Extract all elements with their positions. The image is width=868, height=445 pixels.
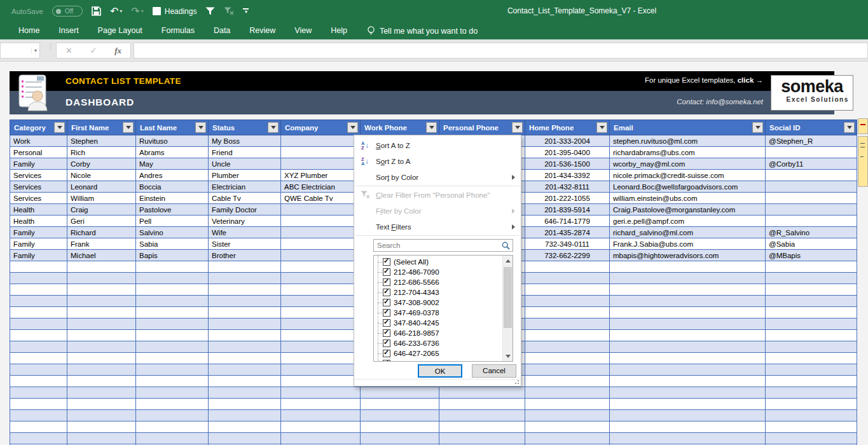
cell[interactable]: Sabia: [136, 238, 209, 250]
cell[interactable]: mbapis@hightoweradvisors.com: [610, 250, 766, 261]
cell[interactable]: My Boss: [209, 135, 281, 147]
tell-me-box[interactable]: Tell me what you want to do: [357, 26, 478, 36]
undo-button[interactable]: ↶ ▾: [110, 6, 122, 17]
cell[interactable]: [10, 399, 67, 410]
tab-review[interactable]: Review: [240, 22, 285, 39]
cell[interactable]: [10, 433, 67, 444]
cell[interactable]: richard_salvino@ml.com: [610, 227, 766, 238]
cell[interactable]: Services: [10, 170, 67, 181]
cell[interactable]: [281, 261, 361, 273]
cell[interactable]: [766, 261, 857, 273]
cell[interactable]: [10, 296, 67, 307]
cell[interactable]: [209, 330, 281, 341]
cell[interactable]: [136, 318, 209, 330]
cell[interactable]: [766, 216, 857, 227]
cell[interactable]: [766, 284, 857, 296]
cell[interactable]: [136, 284, 209, 296]
cell[interactable]: Pastolove: [136, 204, 209, 216]
filter-dropdown-button-personal-phone[interactable]: [512, 122, 523, 133]
filter-value-item[interactable]: ✓646-218-9857: [374, 328, 502, 338]
cell[interactable]: 201-432-8111: [525, 181, 610, 193]
cell[interactable]: [136, 261, 209, 273]
cell[interactable]: [610, 410, 766, 421]
cell[interactable]: [281, 330, 361, 341]
cell[interactable]: Sister: [209, 238, 281, 250]
cell[interactable]: [209, 387, 281, 399]
cell[interactable]: [361, 421, 439, 433]
cell[interactable]: Craig.Pastolove@morganstanley.com: [610, 204, 766, 216]
value-checkbox[interactable]: ✓: [383, 268, 390, 276]
cell[interactable]: [766, 204, 857, 216]
cell[interactable]: [610, 296, 766, 307]
cell[interactable]: [766, 433, 857, 444]
cell[interactable]: [610, 261, 766, 273]
cell[interactable]: [67, 296, 136, 307]
cell[interactable]: [281, 433, 361, 444]
filter-value-item[interactable]: ✓(Select All): [374, 257, 502, 267]
cell[interactable]: Craig: [67, 204, 136, 216]
cell[interactable]: 201-434-3392: [525, 170, 610, 181]
cell[interactable]: [10, 307, 67, 318]
resize-grip[interactable]: [518, 383, 519, 384]
cell[interactable]: [525, 341, 610, 353]
cell[interactable]: [67, 307, 136, 318]
filter-value-item[interactable]: ✓917-338-0645: [374, 359, 502, 362]
cell[interactable]: [610, 284, 766, 296]
scroll-down-button[interactable]: [503, 351, 513, 361]
cell[interactable]: Corby: [67, 158, 136, 170]
tab-page-layout[interactable]: Page Layout: [88, 22, 152, 39]
cell[interactable]: [766, 147, 857, 158]
cell[interactable]: [209, 410, 281, 421]
cell[interactable]: [281, 353, 361, 364]
filter-dropdown-button-status[interactable]: [268, 122, 279, 133]
cell[interactable]: 732-662-2299: [525, 250, 610, 261]
cell[interactable]: Family: [10, 158, 67, 170]
cell[interactable]: [10, 273, 67, 284]
cell[interactable]: [610, 273, 766, 284]
undo-dropdown-icon[interactable]: ▾: [120, 8, 122, 14]
cell[interactable]: [281, 284, 361, 296]
cell[interactable]: XYZ Plumber: [281, 170, 361, 181]
cell[interactable]: [67, 353, 136, 364]
cell[interactable]: [67, 261, 136, 273]
cell[interactable]: [361, 410, 439, 421]
cell[interactable]: Einstein: [136, 193, 209, 204]
cell[interactable]: Health: [10, 204, 67, 216]
cell[interactable]: [281, 410, 361, 421]
cell[interactable]: [281, 204, 361, 216]
cell[interactable]: Friend: [209, 147, 281, 158]
cell[interactable]: [439, 387, 525, 399]
cell[interactable]: [136, 387, 209, 399]
cell[interactable]: Richard: [67, 227, 136, 238]
cell[interactable]: [525, 376, 610, 387]
cell[interactable]: ABC Electrician: [281, 181, 361, 193]
name-box-dropdown-icon[interactable]: ▾: [31, 48, 39, 53]
cell[interactable]: 646-714-1779: [525, 216, 610, 227]
cell[interactable]: [439, 433, 525, 444]
cell[interactable]: [67, 318, 136, 330]
cell[interactable]: [610, 433, 766, 444]
cell[interactable]: Rich: [67, 147, 136, 158]
cell[interactable]: [281, 364, 361, 376]
cell[interactable]: Family: [10, 250, 67, 261]
cell[interactable]: @R_Salvino: [766, 227, 857, 238]
cell[interactable]: [439, 410, 525, 421]
menu-item-sort-a-to-z[interactable]: AZ↓Sort A to Z: [354, 137, 521, 153]
cell[interactable]: Work: [10, 135, 67, 147]
cell[interactable]: [281, 307, 361, 318]
filter-dropdown-button-first-name[interactable]: [123, 122, 134, 133]
customize-qat-button[interactable]: ▾: [243, 8, 249, 13]
cell[interactable]: [525, 273, 610, 284]
cell[interactable]: [525, 410, 610, 421]
value-checkbox[interactable]: ✓: [383, 360, 390, 362]
cell[interactable]: [766, 318, 857, 330]
cell[interactable]: [281, 296, 361, 307]
cell[interactable]: [610, 421, 766, 433]
cell[interactable]: [525, 296, 610, 307]
cell[interactable]: [281, 238, 361, 250]
cell[interactable]: [209, 284, 281, 296]
cell[interactable]: 201-839-5914: [525, 204, 610, 216]
cell[interactable]: [10, 353, 67, 364]
cell[interactable]: Boccia: [136, 181, 209, 193]
value-checkbox[interactable]: ✓: [383, 258, 390, 266]
